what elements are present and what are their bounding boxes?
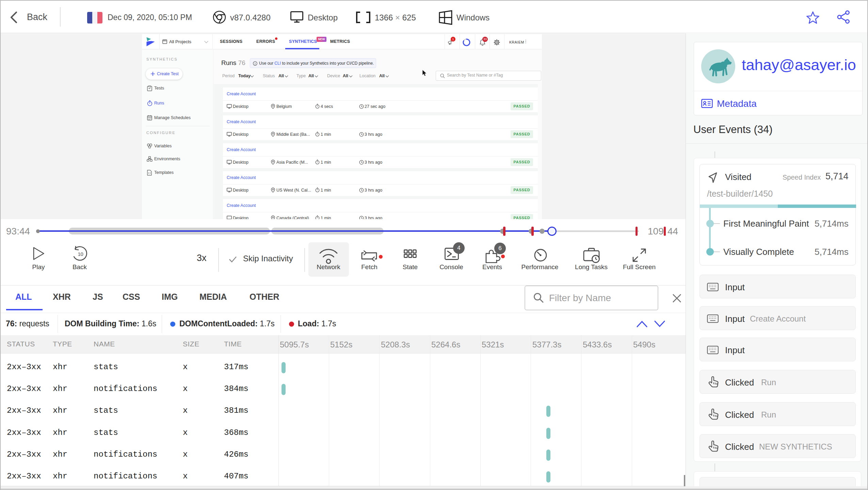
svg-text:10: 10 [78, 251, 83, 257]
